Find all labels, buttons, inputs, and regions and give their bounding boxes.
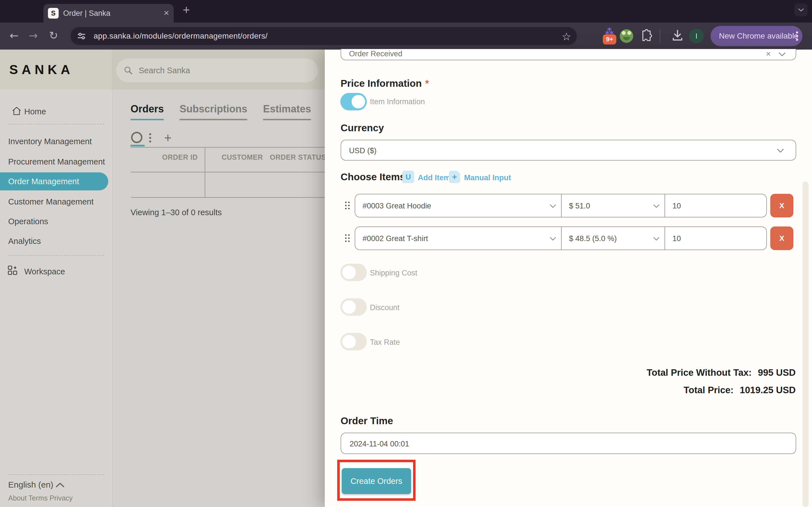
results-count: Viewing 1–30 of 0 results [131, 208, 222, 217]
active-indicator [131, 145, 145, 147]
back-icon[interactable]: ← [6, 22, 22, 50]
extension-badge-icon[interactable]: ⁂ 9+ [601, 27, 617, 45]
tab-estimates[interactable]: Estimates [263, 103, 311, 120]
item-information-toggle[interactable] [340, 93, 367, 110]
site-info-icon[interactable] [77, 31, 86, 41]
sidebar: SANKA Home Inventory Management Procurem… [0, 50, 112, 507]
tax-rate-toggle[interactable] [340, 333, 367, 350]
remove-item-button[interactable]: X [770, 194, 794, 217]
chevron-down-icon[interactable] [653, 204, 660, 209]
browser-tab[interactable]: S Order | Sanka × [43, 4, 174, 22]
sidebar-divider [8, 255, 104, 256]
drag-handle-icon[interactable] [345, 202, 350, 209]
total-price-value: 1019.25 USD [740, 385, 796, 395]
shipping-cost-label: Shipping Cost [370, 269, 417, 277]
sidebar-item-operations[interactable]: Operations [8, 217, 48, 226]
extensions-puzzle-icon[interactable] [639, 29, 653, 43]
badge-count: 9+ [603, 34, 616, 45]
new-tab-icon[interactable]: + [183, 3, 190, 17]
address-bar[interactable]: app.sanka.io/modules/ordermanagement/ord… [70, 27, 577, 45]
table-row-line [131, 197, 325, 198]
sidebar-item-analytics[interactable]: Analytics [8, 237, 41, 246]
item-name-select[interactable]: #0003 Great Hoodie [363, 202, 431, 210]
language-selector[interactable]: English (en) [8, 480, 53, 490]
column-header-order-id[interactable]: ORDER ID [162, 153, 198, 161]
global-search-input[interactable]: Search Sanka [116, 59, 318, 82]
item-row-box: #0002 Great T-shirt $ 48.5 (5.0 %) 10 [355, 226, 767, 250]
order-time-input[interactable]: 2024-11-04 00:01 [341, 433, 796, 454]
sidebar-item-customer[interactable]: Customer Management [8, 197, 94, 207]
item-qty-input[interactable]: 10 [672, 202, 681, 210]
manual-input-link[interactable]: Manual Input [464, 173, 511, 182]
table-header-line [131, 172, 325, 172]
chrome-update-button[interactable]: New Chrome available [711, 26, 802, 46]
frog-extension-icon[interactable] [620, 29, 633, 43]
app-logo[interactable]: SANKA [9, 62, 74, 77]
page-tabs: Orders Subscriptions Estimates [131, 103, 311, 120]
sidebar-item-order-management[interactable]: Order Management [0, 172, 108, 190]
sidebar-divider [8, 474, 104, 475]
required-asterisk: * [425, 78, 429, 89]
item-price-select[interactable]: $ 48.5 (5.0 %) [569, 234, 617, 243]
tab-orders[interactable]: Orders [131, 103, 164, 120]
footer-links[interactable]: About Terms Privacy [8, 494, 73, 502]
item-qty-input[interactable]: 10 [672, 234, 681, 243]
chevron-down-icon[interactable] [653, 237, 660, 241]
item-row: #0002 Great T-shirt $ 48.5 (5.0 %) 10 X [325, 226, 812, 250]
chevron-down-icon[interactable] [549, 237, 557, 241]
remove-item-button[interactable]: X [770, 226, 794, 250]
item-price-select[interactable]: $ 51.0 [569, 202, 590, 210]
order-status-select[interactable]: Order Received × [341, 49, 796, 60]
column-header-order-status[interactable]: ORDER STATUS [270, 153, 326, 161]
search-placeholder: Search Sanka [139, 66, 190, 75]
item-information-label: Item Information [370, 98, 425, 106]
search-icon [123, 66, 133, 75]
add-item-bag-icon[interactable]: U [402, 171, 414, 183]
shipping-cost-toggle[interactable] [340, 264, 367, 281]
sidebar-item-workspace[interactable]: Workspace [24, 267, 65, 276]
create-orders-button[interactable]: Create Orders [342, 468, 411, 494]
tab-subscriptions[interactable]: Subscriptions [180, 103, 247, 120]
browser-menu-icon[interactable] [796, 31, 798, 42]
item-row-box: #0003 Great Hoodie $ 51.0 10 [355, 194, 767, 217]
choose-items-label: Choose Items [341, 171, 405, 182]
sidebar-divider [8, 124, 104, 124]
column-header-customer[interactable]: CUSTOMER [221, 153, 263, 161]
table-top-line [131, 147, 325, 148]
add-item-link[interactable]: Add Item [418, 173, 451, 182]
forward-icon[interactable]: → [25, 22, 42, 50]
manual-input-doc-icon[interactable]: + [449, 171, 460, 183]
currency-label: Currency [341, 122, 384, 133]
row-divider [561, 227, 562, 249]
more-options-icon[interactable] [149, 132, 151, 144]
chevron-up-icon[interactable] [55, 482, 65, 488]
profile-avatar[interactable]: I [689, 29, 704, 43]
chevron-down-icon[interactable] [549, 204, 557, 209]
order-status-value: Order Received [349, 50, 402, 58]
filter-circle-icon[interactable] [131, 132, 142, 143]
tab-close-icon[interactable]: × [163, 4, 169, 22]
create-order-panel: Order Received × Price Information* Item… [325, 50, 812, 507]
drag-handle-icon[interactable] [345, 234, 350, 242]
currency-select[interactable]: USD ($) [341, 140, 796, 161]
currency-value: USD ($) [349, 147, 377, 155]
reload-icon[interactable]: ↻ [45, 22, 62, 50]
order-time-label: Order Time [341, 415, 393, 427]
download-icon[interactable] [670, 29, 684, 43]
clear-icon[interactable]: × [766, 49, 771, 59]
scrollbar-thumb[interactable] [802, 181, 809, 507]
price-information-label: Price Information* [341, 78, 429, 89]
window-chevron-icon[interactable] [795, 3, 808, 16]
add-view-icon[interactable]: + [164, 130, 172, 145]
chevron-down-icon[interactable] [778, 52, 786, 57]
row-divider [665, 194, 665, 217]
order-time-value: 2024-11-04 00:01 [350, 440, 409, 448]
item-name-select[interactable]: #0002 Great T-shirt [363, 234, 428, 243]
discount-label: Discount [370, 303, 400, 312]
sidebar-item-inventory[interactable]: Inventory Management [8, 137, 92, 146]
sidebar-item-home[interactable]: Home [24, 107, 46, 116]
sidebar-item-procurement[interactable]: Procurement Management [8, 157, 105, 166]
bookmark-star-icon[interactable]: ☆ [562, 31, 571, 43]
home-icon [12, 107, 21, 115]
discount-toggle[interactable] [340, 298, 367, 316]
